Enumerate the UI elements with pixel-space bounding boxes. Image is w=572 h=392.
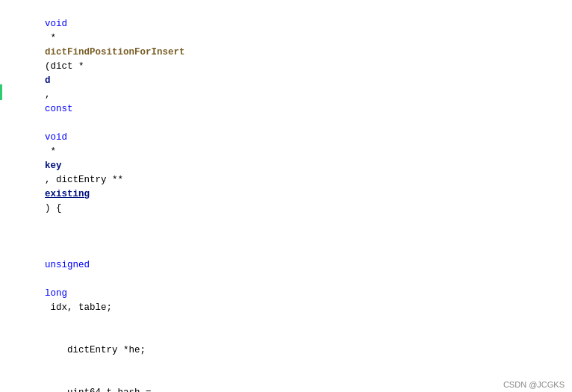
- code-line-3: dictEntry *he;: [0, 329, 572, 372]
- code-container: void * dictFindPositionForInsert (dict *…: [0, 0, 572, 392]
- code-line-2: unsigned long idx, table;: [0, 230, 572, 329]
- kw-void: void: [45, 19, 67, 29]
- fn-dictFindPositionForInsert: dictFindPositionForInsert: [45, 47, 185, 57]
- left-accent-bar: [0, 84, 2, 100]
- brand-footer: CSDN @JCGKS: [503, 380, 565, 389]
- code-area: void * dictFindPositionForInsert (dict *…: [0, 0, 572, 392]
- code-line-1: void * dictFindPositionForInsert (dict *…: [0, 3, 572, 230]
- code-line-4: uint64_t hash = dictHashKey (d, key);: [0, 372, 572, 392]
